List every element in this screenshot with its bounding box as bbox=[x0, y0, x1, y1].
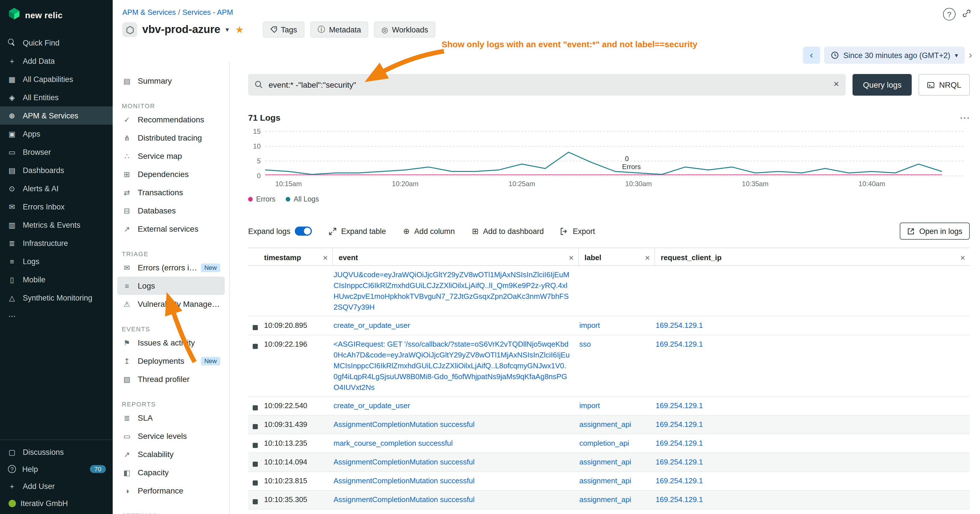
sidebar-item-alerts-ai[interactable]: ⊙ Alerts & AI bbox=[0, 179, 113, 197]
sidebar-item-mobile[interactable]: ▯ Mobile bbox=[0, 271, 113, 289]
entity-nav-sla[interactable]: ≣ SLA bbox=[117, 409, 225, 427]
entity-nav-scalability[interactable]: ↗ Scalability bbox=[117, 445, 225, 463]
log-row[interactable]: 10:09:22.540 create_or_update_user impor… bbox=[248, 397, 970, 416]
entity-nav-logs[interactable]: ≡ Logs bbox=[117, 277, 225, 295]
remove-event-column-icon[interactable]: × bbox=[568, 253, 574, 262]
row-expand-checkbox[interactable] bbox=[253, 443, 258, 448]
entity-nav-performance[interactable]: ◑ Performance bbox=[117, 482, 225, 500]
legend-errors[interactable]: Errors bbox=[248, 195, 275, 203]
sidebar-item-infrastructure[interactable]: ≣ Infrastructure bbox=[0, 234, 113, 252]
entity-nav-service-levels[interactable]: ▭ Service levels bbox=[117, 427, 225, 445]
row-expand-checkbox[interactable] bbox=[253, 325, 258, 330]
clear-query-icon[interactable]: × bbox=[834, 78, 839, 90]
entity-dropdown-chevron-icon[interactable]: ▾ bbox=[226, 25, 229, 33]
sidebar-item-account[interactable]: Iterativ GmbH bbox=[0, 495, 113, 512]
more-menu-button[interactable]: ⋯ bbox=[959, 115, 970, 120]
log-event-link[interactable]: JUQVU&code=eyJraWQiOiJjcGltY29yZV8wOTl1M… bbox=[334, 271, 570, 311]
favorite-star-icon[interactable]: ★ bbox=[235, 24, 244, 36]
open-in-logs-button[interactable]: Open in logs bbox=[900, 223, 970, 240]
log-label-link[interactable]: sso bbox=[579, 340, 591, 349]
nrql-button[interactable]: NRQL bbox=[918, 74, 970, 95]
log-ip-link[interactable]: 169.254.129.1 bbox=[655, 495, 703, 503]
entity-nav-dependencies[interactable]: ⊞ Dependencies bbox=[117, 165, 225, 183]
workloads-button[interactable]: ◎ Workloads bbox=[374, 22, 436, 38]
entity-nav-capacity[interactable]: ◧ Capacity bbox=[117, 463, 225, 482]
entity-nav-recommendations[interactable]: ✓ Recommendations bbox=[117, 110, 225, 129]
log-event-link[interactable]: <ASGIRequest: GET '/sso/callback/?state=… bbox=[334, 340, 570, 391]
sidebar-item-apps[interactable]: ▣ Apps bbox=[0, 125, 113, 143]
row-expand-checkbox[interactable] bbox=[253, 481, 258, 485]
sidebar-item-discussions[interactable]: ▢ Discussions bbox=[0, 443, 113, 460]
entity-nav-vulnerability-management[interactable]: ⚠ Vulnerability Management bbox=[117, 295, 225, 313]
expand-table-button[interactable]: Expand table bbox=[329, 227, 386, 236]
add-column-button[interactable]: ⊕ Add column bbox=[403, 226, 455, 236]
log-event-link[interactable]: mark_course_completion successful bbox=[334, 439, 453, 447]
entity-nav-external-services[interactable]: ↗ External services bbox=[117, 220, 225, 238]
breadcrumb-services-apm-link[interactable]: Services - APM bbox=[182, 8, 233, 16]
entity-nav-distributed-tracing[interactable]: ⋔ Distributed tracing bbox=[117, 129, 225, 147]
sidebar-item-all-entities[interactable]: ◈ All Entities bbox=[0, 88, 113, 107]
remove-label-column-icon[interactable]: × bbox=[645, 253, 650, 262]
log-ip-link[interactable]: 169.254.129.1 bbox=[655, 476, 703, 485]
permalink-icon[interactable] bbox=[963, 9, 971, 20]
sidebar-item-add-user[interactable]: + Add User bbox=[0, 477, 113, 495]
log-event-link[interactable]: AssignmentCompletionMutation successful bbox=[334, 476, 475, 485]
export-button[interactable]: Export bbox=[561, 227, 595, 236]
entity-nav-issues-activity[interactable]: ⚑ Issues & activity bbox=[117, 334, 225, 352]
log-label-link[interactable]: import bbox=[579, 402, 600, 410]
row-expand-checkbox[interactable] bbox=[253, 406, 258, 411]
log-row[interactable]: 10:10:35.305 AssignmentCompletionMutatio… bbox=[248, 490, 970, 509]
log-ip-link[interactable]: 169.254.129.1 bbox=[655, 340, 703, 349]
log-row[interactable]: 10:09:31.439 AssignmentCompletionMutatio… bbox=[248, 416, 970, 434]
entity-nav-errors-inbox[interactable]: ✉ Errors (errors inb... New bbox=[117, 258, 225, 277]
add-to-dashboard-button[interactable]: ⊞ Add to dashboard bbox=[472, 226, 544, 236]
log-label-link[interactable]: assignment_api bbox=[579, 495, 631, 503]
log-row[interactable]: 10:09:22.196 <ASGIRequest: GET '/sso/cal… bbox=[248, 335, 970, 397]
log-label-link[interactable]: completion_api bbox=[579, 439, 629, 447]
toggle-on-icon[interactable] bbox=[295, 226, 312, 236]
sidebar-item-dashboards[interactable]: ▤ Dashboards bbox=[0, 161, 113, 179]
log-ip-link[interactable]: 169.254.129.1 bbox=[655, 321, 703, 330]
log-event-link[interactable]: create_or_update_user bbox=[334, 321, 410, 330]
entity-nav-service-map[interactable]: ∴ Service map bbox=[117, 147, 225, 165]
entity-nav-deployments[interactable]: ↥ Deployments New bbox=[117, 352, 225, 370]
newrelic-logo[interactable]: new relic bbox=[0, 0, 113, 25]
remove-timestamp-column-icon[interactable]: × bbox=[323, 253, 328, 262]
log-ip-link[interactable]: 169.254.129.1 bbox=[655, 458, 703, 466]
log-event-link[interactable]: create_or_update_user bbox=[334, 402, 410, 410]
log-event-link[interactable]: AssignmentCompletionMutation successful bbox=[334, 420, 475, 429]
log-event-link[interactable]: AssignmentCompletionMutation successful bbox=[334, 495, 475, 503]
log-ip-link[interactable]: 169.254.129.1 bbox=[655, 439, 703, 447]
entity-nav-databases[interactable]: ⊟ Databases bbox=[117, 202, 225, 220]
query-input[interactable] bbox=[248, 74, 846, 95]
sidebar-item-browser[interactable]: ▭ Browser bbox=[0, 143, 113, 161]
entity-nav-thread-profiler[interactable]: ▧ Thread profiler bbox=[117, 370, 225, 388]
log-event-link[interactable]: AssignmentCompletionMutation successful bbox=[334, 458, 475, 466]
sidebar-item-errors-inbox[interactable]: ✉ Errors Inbox bbox=[0, 197, 113, 216]
log-row[interactable]: 10:10:13.235 mark_course_completion succ… bbox=[248, 434, 970, 453]
sidebar-item-metrics-events[interactable]: ▥ Metrics & Events bbox=[0, 216, 113, 234]
log-row[interactable]: 10:10:44.066 AssignmentCompletionMutatio… bbox=[248, 509, 970, 514]
sidebar-item-logs[interactable]: ≡ Logs bbox=[0, 252, 113, 271]
log-row[interactable]: 10:10:23.815 AssignmentCompletionMutatio… bbox=[248, 472, 970, 491]
sidebar-item-more[interactable]: ⋯ bbox=[0, 307, 113, 325]
sidebar-item-apm-services[interactable]: ⊕ APM & Services bbox=[0, 107, 113, 125]
sidebar-item-add-data[interactable]: + Add Data bbox=[0, 52, 113, 70]
log-row[interactable]: JUQVU&code=eyJraWQiOiJjcGltY29yZV8wOTl1M… bbox=[248, 266, 970, 317]
row-expand-checkbox[interactable] bbox=[253, 344, 258, 349]
sidebar-item-synthetic-monitoring[interactable]: △ Synthetic Monitoring bbox=[0, 289, 113, 307]
remove-request-client-ip-column-icon[interactable]: × bbox=[960, 253, 965, 262]
time-range-picker[interactable]: Since 30 minutes ago (GMT+2) ▾ bbox=[824, 47, 965, 64]
row-expand-checkbox[interactable] bbox=[253, 461, 258, 467]
log-ip-link[interactable]: 169.254.129.1 bbox=[655, 420, 703, 429]
entity-nav-transactions[interactable]: ⇄ Transactions bbox=[117, 183, 225, 202]
log-ip-link[interactable]: 169.254.129.1 bbox=[655, 402, 703, 410]
query-logs-button[interactable]: Query logs bbox=[853, 74, 912, 95]
log-label-link[interactable]: assignment_api bbox=[579, 420, 631, 429]
sidebar-item-help[interactable]: ? Help 70 bbox=[0, 460, 113, 477]
row-expand-checkbox[interactable] bbox=[253, 499, 258, 504]
sidebar-item-all-capabilities[interactable]: ▦ All Capabilities bbox=[0, 70, 113, 88]
sidebar-item-quick-find[interactable]: Quick Find bbox=[0, 33, 113, 52]
expand-logs-toggle[interactable]: Expand logs bbox=[248, 226, 312, 236]
log-row[interactable]: 10:10:14.094 AssignmentCompletionMutatio… bbox=[248, 453, 970, 472]
